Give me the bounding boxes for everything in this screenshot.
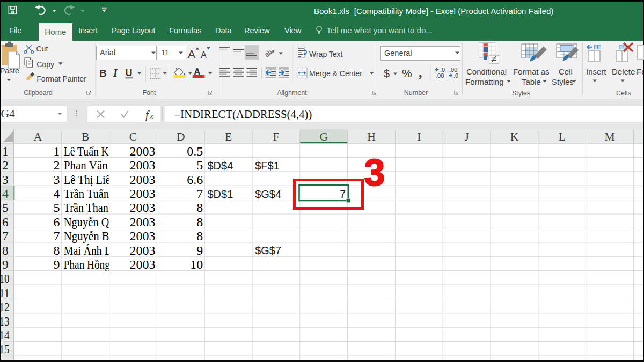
- svg-text:I: I: [113, 67, 118, 79]
- svg-text:ab: ab: [263, 48, 274, 59]
- svg-text:A: A: [188, 48, 195, 60]
- svg-text:f: f: [145, 109, 150, 121]
- svg-text:.00: .00: [436, 72, 444, 79]
- svg-text:A: A: [201, 50, 207, 60]
- svg-text:x: x: [149, 112, 153, 120]
- svg-text:$: $: [384, 68, 390, 79]
- svg-text:B: B: [99, 68, 107, 79]
- svg-text:U: U: [126, 68, 133, 78]
- svg-text:.0: .0: [453, 72, 458, 79]
- svg-text:,: ,: [419, 65, 422, 80]
- svg-text:%: %: [402, 67, 412, 79]
